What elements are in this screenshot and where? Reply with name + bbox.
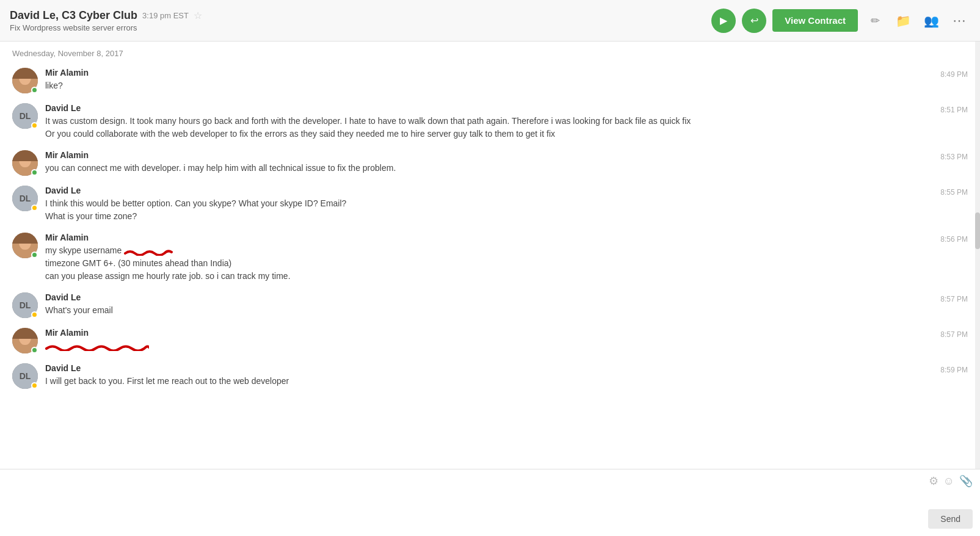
message-content: David Le I will get back to you. First l… [45, 363, 968, 388]
message-content: Mir Alamin my skype username timezone GM… [45, 233, 968, 283]
header-left: David Le, C3 Cyber Club 3:19 pm EST ☆ Fi… [10, 9, 202, 32]
sender-name: Mir Alamin [45, 68, 968, 78]
status-dot [31, 122, 38, 129]
message-text: like? [45, 79, 968, 92]
sender-name: David Le [45, 363, 968, 373]
video-call-button[interactable]: ▶ [711, 9, 736, 33]
status-dot [31, 205, 38, 211]
message-group: DL David Le I will get back to you. Firs… [0, 358, 980, 394]
message-input[interactable] [7, 494, 923, 531]
status-dot [31, 347, 38, 353]
message-time: 8:51 PM [940, 106, 968, 114]
status-dot [31, 382, 38, 389]
sender-name: Mir Alamin [45, 328, 968, 338]
send-button[interactable]: Send [928, 509, 973, 529]
avatar: DL [12, 292, 38, 318]
chat-area: Wednesday, November 8, 2017 Mir Alamin l… [0, 42, 980, 469]
folder-icon: 📁 [896, 13, 911, 28]
redacted-content [124, 247, 173, 255]
message-group: Mir Alamin you can connect me with devel… [0, 145, 980, 181]
message-time: 8:57 PM [940, 330, 968, 339]
redacted-email [45, 341, 149, 351]
message-time: 8:49 PM [940, 70, 968, 79]
people-icon: 👥 [924, 13, 939, 28]
app-container: David Le, C3 Cyber Club 3:19 pm EST ☆ Fi… [0, 0, 980, 536]
video-icon: ▶ [720, 15, 727, 26]
gear-icon: ⚙ [929, 474, 938, 488]
input-area: ⚙ ☺ 📎 Send [0, 469, 980, 536]
scrollbar-thumb[interactable] [975, 212, 980, 249]
phone-call-button[interactable]: ↩ [742, 9, 766, 33]
message-time: 8:57 PM [940, 295, 968, 303]
status-dot [31, 87, 38, 93]
message-text: It was custom design. It took many hours… [45, 115, 968, 128]
message-time: 8:56 PM [940, 235, 968, 244]
message-group: Mir Alamin like? 8:49 PM [0, 63, 980, 98]
message-group: Mir Alamin 8:57 PM [0, 323, 980, 358]
avatar [12, 150, 38, 176]
message-text: you can connect me with developer. i may… [45, 162, 968, 175]
conversation-subtitle: Fix Wordpress website server errors [10, 23, 202, 32]
message-time: 8:55 PM [940, 188, 968, 197]
avatar: DL [12, 363, 38, 389]
star-icon[interactable]: ☆ [194, 10, 202, 21]
status-dot [31, 169, 38, 176]
people-button[interactable]: 👥 [920, 10, 942, 32]
settings-button[interactable]: ⚙ [929, 474, 938, 488]
emoji-button[interactable]: ☺ [943, 474, 954, 488]
message-time: 8:59 PM [940, 366, 968, 374]
message-text: I will get back to you. First let me rea… [45, 375, 968, 388]
message-text [45, 339, 968, 352]
more-icon: ⋯ [953, 13, 967, 29]
status-dot [31, 311, 38, 318]
message-text: my skype username [45, 244, 968, 257]
message-group: DL David Le What's your email 8:57 PM [0, 288, 980, 323]
sender-name: David Le [45, 103, 968, 113]
message-text: can you please assign me hourly rate job… [45, 270, 968, 283]
avatar: DL [12, 103, 38, 129]
avatar: DL [12, 186, 38, 211]
header-time: 3:19 pm EST [142, 11, 189, 20]
header-title-row: David Le, C3 Cyber Club 3:19 pm EST ☆ [10, 9, 202, 22]
message-group: Mir Alamin my skype username timezone GM… [0, 228, 980, 288]
message-text: timezone GMT 6+. (30 minutes ahead than … [45, 257, 968, 270]
message-text: What's your email [45, 304, 968, 317]
attachment-icon: 📎 [959, 474, 973, 488]
sender-name: Mir Alamin [45, 233, 968, 242]
avatar [12, 328, 38, 353]
attachment-button[interactable]: 📎 [959, 474, 973, 488]
message-content: Mir Alamin [45, 328, 968, 352]
folder-button[interactable]: 📁 [892, 10, 914, 32]
message-content: Mir Alamin you can connect me with devel… [45, 150, 968, 175]
phone-icon: ↩ [750, 15, 758, 26]
redact-squiggle [124, 247, 173, 256]
message-content: David Le It was custom design. It took m… [45, 103, 968, 140]
sender-name: David Le [45, 186, 968, 195]
conversation-title: David Le, C3 Cyber Club [10, 9, 137, 22]
sender-name: Mir Alamin [45, 150, 968, 160]
scrollbar-track[interactable] [975, 42, 980, 469]
avatar [12, 68, 38, 93]
message-group: DL David Le It was custom design. It too… [0, 98, 980, 145]
date-divider: Wednesday, November 8, 2017 [0, 42, 980, 63]
more-options-button[interactable]: ⋯ [948, 10, 970, 32]
status-dot [31, 252, 38, 258]
header-right: ▶ ↩ View Contract ✏ 📁 👥 ⋯ [711, 9, 970, 33]
message-text: What is your time zone? [45, 210, 968, 223]
view-contract-button[interactable]: View Contract [772, 9, 858, 32]
edit-button[interactable]: ✏ [864, 10, 886, 32]
sender-name: David Le [45, 292, 968, 302]
message-text: I think this would be better option. Can… [45, 197, 968, 210]
redact-squiggle-email [45, 341, 149, 351]
header: David Le, C3 Cyber Club 3:19 pm EST ☆ Fi… [0, 0, 980, 42]
message-content: David Le I think this would be better op… [45, 186, 968, 223]
edit-icon: ✏ [871, 14, 880, 27]
message-content: Mir Alamin like? [45, 68, 968, 92]
message-group: DL David Le I think this would be better… [0, 181, 980, 228]
message-time: 8:53 PM [940, 153, 968, 161]
avatar [12, 233, 38, 258]
message-text: Or you could collaborate with the web de… [45, 128, 968, 140]
message-content: David Le What's your email [45, 292, 968, 317]
input-row: Send [0, 490, 980, 536]
input-toolbar: ⚙ ☺ 📎 [0, 469, 980, 490]
